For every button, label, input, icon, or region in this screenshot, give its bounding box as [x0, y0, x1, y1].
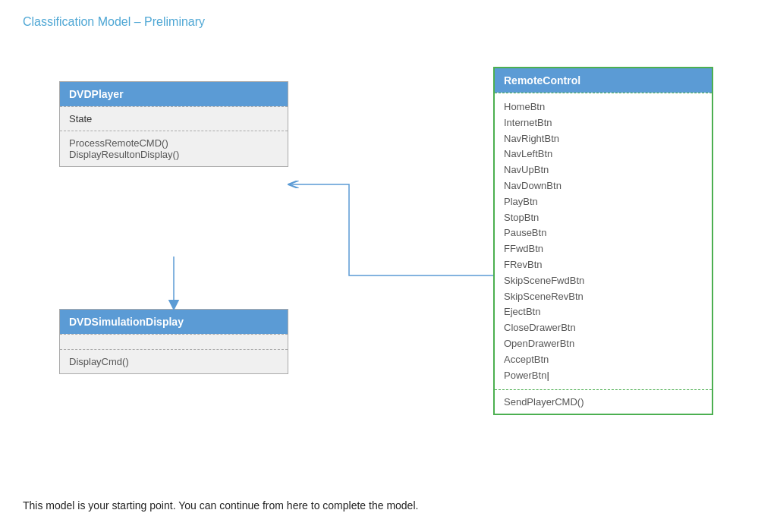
rc-attr-1: InternetBtn	[504, 115, 703, 131]
diagram-area: DVDPlayer State ProcessRemoteCMD() Displ…	[23, 52, 751, 492]
rc-attr-11: SkipSceneFwdBtn	[504, 273, 703, 289]
rc-attr-0: HomeBtn	[504, 99, 703, 115]
rc-attr-3: NavLeftBtn	[504, 146, 703, 162]
dvd-player-method-2: DisplayResultonDisplay()	[69, 149, 278, 160]
rc-attr-16: AcceptBtn	[504, 352, 703, 368]
rc-attr-13: EjectBtn	[504, 304, 703, 320]
dvd-sim-attributes	[60, 334, 288, 349]
rc-attr-2: NavRightBtn	[504, 131, 703, 147]
rc-attr-4: NavUpBtn	[504, 162, 703, 178]
dvd-player-methods: ProcessRemoteCMD() DisplayResultonDispla…	[60, 131, 288, 166]
rc-attr-12: SkipSceneRevBtn	[504, 289, 703, 305]
rc-attr-6: PlayBtn	[504, 194, 703, 210]
dvd-sim-header: DVDSimulationDisplay	[60, 310, 288, 334]
dvd-player-attributes: State	[60, 106, 288, 131]
remote-control-attributes: HomeBtnInternetBtnNavRightBtnNavLeftBtnN…	[495, 93, 712, 389]
rc-attr-17: PowerBtn|	[504, 368, 703, 384]
dvd-sim-method-1: DisplayCmd()	[69, 356, 278, 367]
rc-attr-5: NavDownBtn	[504, 178, 703, 194]
remote-to-dvdplayer-arrow	[288, 184, 493, 275]
remote-control-header: RemoteControl	[495, 68, 712, 93]
rc-attr-9: FFwdBtn	[504, 241, 703, 257]
page-container: Classification Model – Preliminary DVDPl…	[0, 0, 777, 532]
remote-control-methods: SendPlayerCMD()	[495, 389, 712, 414]
footer-text: This model is your starting point. You c…	[23, 499, 754, 512]
rc-attr-10: FRevBtn	[504, 257, 703, 273]
dvd-sim-methods: DisplayCmd()	[60, 349, 288, 373]
rc-attr-15: OpenDrawerBtn	[504, 336, 703, 352]
remote-control-method-1: SendPlayerCMD()	[504, 396, 703, 408]
dvd-player-state-attr: State	[69, 113, 92, 124]
dvd-player-method-1: ProcessRemoteCMD()	[69, 137, 278, 149]
rc-attr-8: PauseBtn	[504, 225, 703, 241]
dvd-player-class: DVDPlayer State ProcessRemoteCMD() Displ…	[60, 82, 288, 166]
page-title: Classification Model – Preliminary	[23, 15, 754, 29]
dvd-sim-class: DVDSimulationDisplay DisplayCmd()	[60, 310, 288, 373]
remote-control-class: RemoteControl HomeBtnInternetBtnNavRight…	[493, 67, 713, 415]
rc-attr-14: CloseDrawerBtn	[504, 320, 703, 336]
dvd-player-header: DVDPlayer	[60, 82, 288, 106]
rc-attr-7: StopBtn	[504, 210, 703, 226]
